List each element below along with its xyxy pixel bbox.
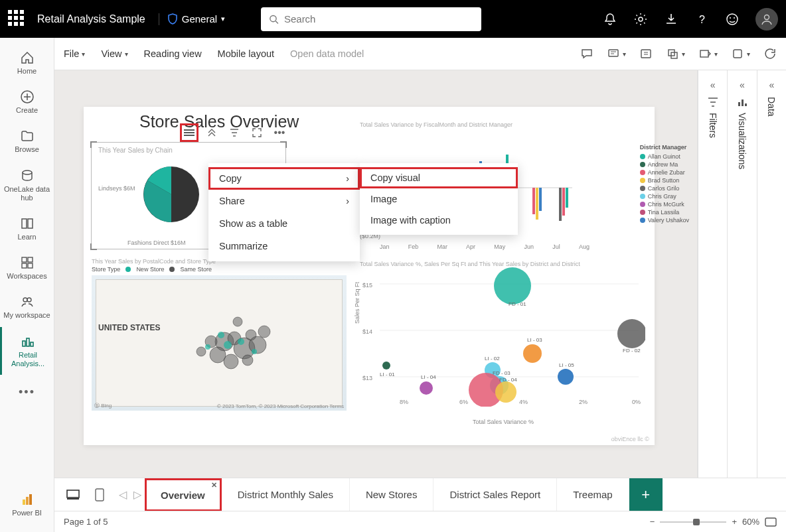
svg-rect-21 bbox=[23, 499, 25, 505]
nav-myworkspace[interactable]: My workspace bbox=[0, 287, 54, 326]
zoom-slider[interactable] bbox=[660, 521, 726, 523]
context-menu-sub: Copy visual Image Image with caption bbox=[360, 163, 518, 235]
legend-item: Tina Lassila bbox=[648, 209, 680, 216]
nav-create[interactable]: Create bbox=[0, 82, 54, 121]
nav-active-report[interactable]: Retail Analysis... bbox=[0, 327, 54, 375]
zoom-out-button[interactable]: − bbox=[650, 517, 655, 527]
desktop-view-icon[interactable] bbox=[62, 484, 84, 505]
chevron-down-icon[interactable]: ▾ bbox=[623, 50, 626, 58]
nav-browse-label: Browse bbox=[15, 145, 39, 154]
svg-rect-49 bbox=[536, 188, 538, 220]
resize-handle[interactable] bbox=[90, 141, 97, 148]
nav-home[interactable]: Home bbox=[0, 43, 54, 82]
tab-next[interactable]: ▷ bbox=[130, 488, 145, 501]
fit-page-icon[interactable] bbox=[765, 517, 777, 527]
add-tab-button[interactable]: + bbox=[629, 478, 663, 511]
svg-text:6%: 6% bbox=[459, 399, 468, 405]
filter-icon[interactable] bbox=[227, 125, 242, 140]
ctx-image-caption[interactable]: Image with caption bbox=[360, 210, 518, 231]
tab-prev[interactable]: ◁ bbox=[116, 488, 130, 501]
chevron-left-icon: « bbox=[740, 80, 745, 90]
close-icon[interactable]: ✕ bbox=[211, 481, 217, 490]
help-icon[interactable]: ? bbox=[694, 12, 709, 27]
map-visual[interactable]: This Year Sales by PostalCode and Store … bbox=[92, 258, 347, 413]
ctx-summarize[interactable]: Summarize bbox=[208, 235, 360, 257]
ctx-table[interactable]: Show as a table bbox=[208, 212, 360, 235]
tab-newstores[interactable]: New Stores bbox=[350, 478, 434, 511]
svg-text:FD - 02: FD - 02 bbox=[623, 348, 641, 354]
zoom-in-button[interactable]: + bbox=[732, 517, 737, 527]
search-input[interactable] bbox=[284, 13, 473, 25]
svg-point-59 bbox=[224, 354, 238, 369]
refresh-icon[interactable] bbox=[763, 47, 777, 60]
nav-learn[interactable]: Learn bbox=[0, 209, 54, 248]
filters-pane[interactable]: « Filters bbox=[698, 70, 727, 478]
ctx-copy-visual[interactable]: Copy visual bbox=[360, 167, 518, 188]
legend-item: Andrew Ma bbox=[648, 161, 678, 168]
mobile-view-icon[interactable] bbox=[89, 484, 110, 505]
svg-text:$14: $14 bbox=[362, 328, 372, 335]
report-page: Store Sales Overview ••• This Year Sales… bbox=[84, 107, 655, 445]
sync-icon[interactable] bbox=[666, 47, 679, 60]
menu-mobile[interactable]: Mobile layout bbox=[218, 48, 274, 59]
svg-rect-25 bbox=[641, 50, 651, 58]
month-label: Jun bbox=[524, 243, 534, 250]
scatter-xlabel: Total Sales Variance % bbox=[473, 419, 534, 425]
svg-point-66 bbox=[224, 341, 232, 349]
legend-item: Brad Sutton bbox=[648, 177, 680, 184]
drill-icon[interactable] bbox=[204, 125, 219, 140]
focus-icon[interactable] bbox=[250, 125, 264, 140]
tab-treemap[interactable]: Treemap bbox=[557, 478, 629, 511]
chevron-down-icon[interactable]: ▾ bbox=[747, 50, 750, 58]
svg-rect-29 bbox=[734, 50, 742, 58]
tab-report[interactable]: District Sales Report bbox=[433, 478, 557, 511]
resize-handle[interactable] bbox=[90, 243, 97, 250]
chevron-down-icon[interactable]: ▾ bbox=[714, 50, 718, 58]
search-box[interactable] bbox=[261, 7, 481, 31]
more-options-icon[interactable] bbox=[182, 125, 196, 140]
export-icon[interactable] bbox=[698, 47, 712, 60]
menu-file[interactable]: File ▾ bbox=[64, 48, 85, 59]
nav-more[interactable]: ••• bbox=[0, 379, 54, 407]
svg-text:0%: 0% bbox=[632, 399, 641, 405]
comment-icon[interactable] bbox=[580, 47, 593, 60]
svg-rect-103 bbox=[745, 103, 747, 106]
report-title: Retail Analysis Sample bbox=[37, 13, 145, 25]
user-avatar[interactable] bbox=[755, 8, 778, 31]
ctx-copy[interactable]: Copy› bbox=[208, 167, 360, 190]
app-launcher-icon[interactable] bbox=[8, 10, 27, 29]
settings-icon[interactable] bbox=[633, 12, 648, 27]
chevron-down-icon[interactable]: ▾ bbox=[682, 50, 685, 58]
nav-workspaces[interactable]: Workspaces bbox=[0, 248, 54, 287]
svg-point-17 bbox=[27, 298, 31, 302]
view-icon[interactable] bbox=[639, 47, 653, 60]
bookmark-icon[interactable] bbox=[607, 47, 620, 60]
legend-item: Chris McGurk bbox=[648, 201, 684, 208]
resize-handle[interactable] bbox=[280, 141, 287, 148]
svg-point-68 bbox=[218, 332, 224, 338]
sensitivity-dropdown[interactable]: General ▾ bbox=[159, 13, 225, 25]
map-image[interactable]: UNITED STATES Ⓑ Bing © 2023 TomTom, © 20… bbox=[92, 275, 347, 411]
visualizations-pane[interactable]: « Visualizations bbox=[727, 70, 756, 478]
map-attrib: © 2023 TomTom, © 2023 Microsoft Corporat… bbox=[217, 403, 344, 409]
nav-onelake[interactable]: OneLake data hub bbox=[0, 161, 54, 209]
top-app-bar: Retail Analysis Sample General ▾ ? bbox=[0, 0, 786, 38]
tab-district[interactable]: District Monthly Sales bbox=[222, 478, 350, 511]
nav-browse[interactable]: Browse bbox=[0, 121, 54, 161]
svg-point-79 bbox=[617, 319, 645, 348]
notifications-icon[interactable] bbox=[603, 12, 617, 27]
pin-icon[interactable] bbox=[731, 47, 744, 60]
ctx-image[interactable]: Image bbox=[360, 188, 518, 210]
ctx-share[interactable]: Share› bbox=[208, 190, 360, 212]
feedback-icon[interactable] bbox=[725, 12, 740, 27]
ellipsis-icon[interactable]: ••• bbox=[272, 125, 287, 140]
data-pane[interactable]: « Data bbox=[757, 70, 786, 478]
menu-reading[interactable]: Reading view bbox=[144, 48, 202, 59]
bar-legend: District Manager Allan Guinot Andrew Ma … bbox=[640, 144, 689, 225]
svg-text:$15: $15 bbox=[362, 282, 372, 289]
tab-overview[interactable]: Overview✕ bbox=[145, 478, 222, 511]
scatter-visual[interactable]: Total Sales Variance %, Sales Per Sq Ft … bbox=[360, 261, 649, 423]
download-icon[interactable] bbox=[664, 12, 678, 27]
menu-view[interactable]: View ▾ bbox=[101, 48, 127, 59]
nav-powerbi[interactable]: Power BI bbox=[0, 485, 54, 524]
